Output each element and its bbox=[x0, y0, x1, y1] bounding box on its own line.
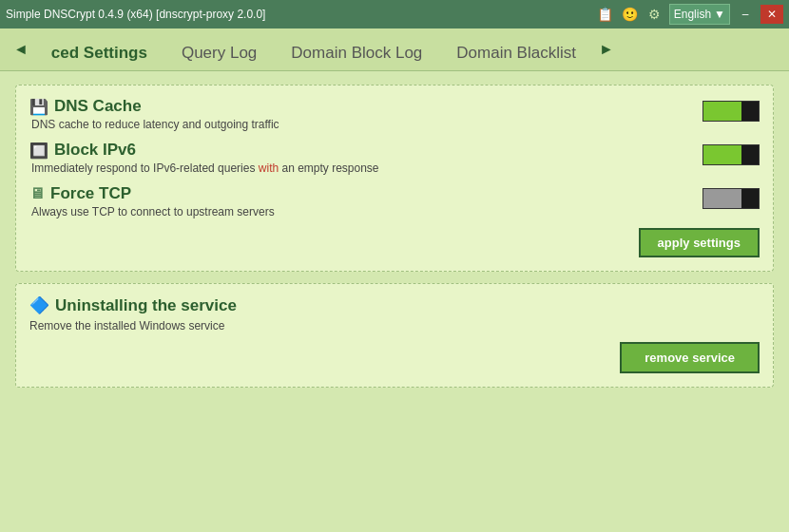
close-button[interactable]: ✕ bbox=[760, 5, 783, 24]
block-ipv6-toggle[interactable] bbox=[702, 144, 760, 165]
force-tcp-title: 🖥 Force TCP bbox=[29, 184, 693, 203]
dns-cache-content: 💾 DNS Cache DNS cache to reduce latency … bbox=[29, 97, 693, 131]
settings-card: 💾 DNS Cache DNS cache to reduce latency … bbox=[15, 85, 774, 272]
force-tcp-row: 🖥 Force TCP Always use TCP to connect to… bbox=[29, 184, 760, 218]
block-ipv6-icon: 🔲 bbox=[29, 142, 48, 160]
titlebar-left: Simple DNSCrypt 0.4.9 (x64) [dnscrypt-pr… bbox=[6, 8, 265, 21]
smiley-icon[interactable]: 🙂 bbox=[620, 4, 641, 25]
tab-domain-block-log[interactable]: Domain Block Log bbox=[274, 36, 439, 70]
dns-cache-track bbox=[703, 102, 743, 121]
minimize-button[interactable]: – bbox=[734, 5, 757, 24]
tab-right-arrow[interactable]: ► bbox=[593, 33, 620, 66]
apply-row: apply settings bbox=[29, 228, 760, 257]
uninstall-icon: 🔷 bbox=[29, 295, 49, 315]
block-ipv6-handle bbox=[741, 145, 759, 164]
block-ipv6-track bbox=[703, 145, 743, 164]
chevron-down-icon: ▼ bbox=[714, 8, 725, 21]
tab-query-log[interactable]: Query Log bbox=[164, 36, 274, 70]
block-ipv6-content: 🔲 Block IPv6 Immediately respond to IPv6… bbox=[29, 141, 693, 175]
uninstall-card: 🔷 Uninstalling the service Remove the in… bbox=[15, 283, 774, 388]
tab-left-arrow[interactable]: ◄ bbox=[8, 33, 34, 66]
force-tcp-toggle[interactable] bbox=[702, 188, 760, 209]
apply-settings-button[interactable]: apply settings bbox=[639, 228, 760, 257]
main-content: 💾 DNS Cache DNS cache to reduce latency … bbox=[0, 71, 789, 401]
titlebar-icons: 📋 🙂 ⚙ English ▼ – ✕ bbox=[595, 4, 783, 25]
tab-advanced-settings[interactable]: ced Settings bbox=[34, 36, 164, 70]
dns-cache-desc: DNS cache to reduce latency and outgoing… bbox=[31, 118, 693, 131]
dns-cache-icon: 💾 bbox=[29, 98, 48, 116]
app-title: Simple DNSCrypt 0.4.9 (x64) [dnscrypt-pr… bbox=[6, 8, 265, 21]
uninstall-title: 🔷 Uninstalling the service bbox=[29, 295, 760, 315]
block-ipv6-row: 🔲 Block IPv6 Immediately respond to IPv6… bbox=[29, 141, 760, 175]
dns-cache-toggle-wrap bbox=[702, 101, 760, 122]
dns-cache-title: 💾 DNS Cache bbox=[29, 97, 693, 116]
force-tcp-icon: 🖥 bbox=[29, 185, 45, 202]
dns-cache-row: 💾 DNS Cache DNS cache to reduce latency … bbox=[29, 97, 760, 131]
remove-row: remove service bbox=[29, 342, 760, 373]
block-ipv6-toggle-wrap bbox=[702, 144, 760, 165]
dns-cache-handle bbox=[741, 102, 759, 121]
block-ipv6-desc: Immediately respond to IPv6-related quer… bbox=[31, 162, 693, 175]
force-tcp-toggle-wrap bbox=[702, 188, 760, 209]
uninstall-desc: Remove the installed Windows service bbox=[29, 319, 760, 332]
gear-icon[interactable]: ⚙ bbox=[645, 4, 665, 25]
highlight-with: with bbox=[259, 162, 279, 175]
force-tcp-track bbox=[703, 189, 743, 208]
tab-domain-blacklist[interactable]: Domain Blacklist bbox=[439, 36, 593, 70]
force-tcp-content: 🖥 Force TCP Always use TCP to connect to… bbox=[29, 184, 693, 218]
language-dropdown[interactable]: English ▼ bbox=[669, 4, 730, 25]
notes-icon[interactable]: 📋 bbox=[595, 4, 616, 25]
titlebar: Simple DNSCrypt 0.4.9 (x64) [dnscrypt-pr… bbox=[0, 0, 789, 28]
language-label: English bbox=[674, 8, 711, 21]
force-tcp-desc: Always use TCP to connect to upstream se… bbox=[31, 205, 693, 218]
block-ipv6-title: 🔲 Block IPv6 bbox=[29, 141, 693, 160]
force-tcp-handle bbox=[741, 189, 759, 208]
dns-cache-toggle[interactable] bbox=[702, 101, 760, 122]
tab-bar: ◄ ced Settings Query Log Domain Block Lo… bbox=[0, 28, 789, 71]
remove-service-button[interactable]: remove service bbox=[620, 342, 760, 373]
